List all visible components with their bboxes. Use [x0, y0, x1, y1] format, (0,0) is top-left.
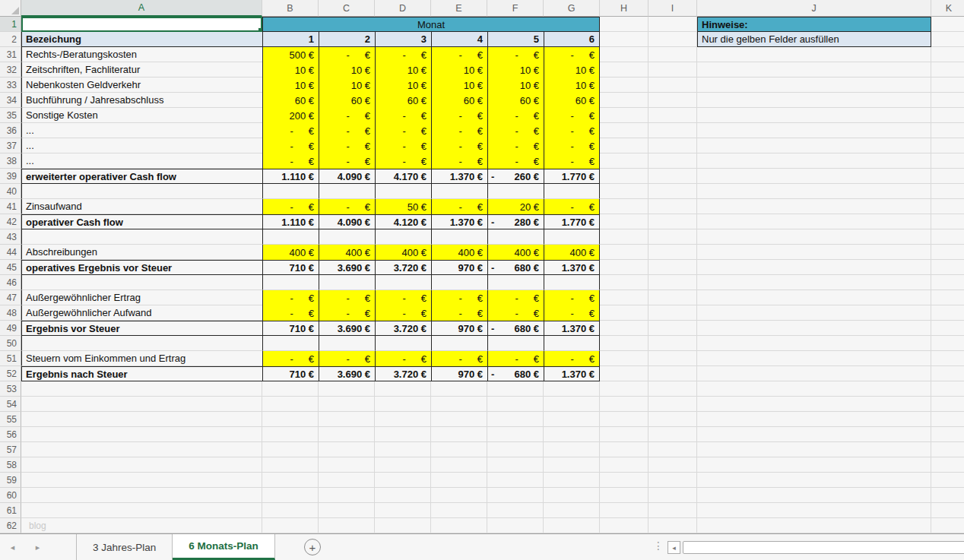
cell-C41[interactable]: -€	[319, 199, 375, 214]
cell-I39[interactable]	[648, 169, 697, 184]
cell-C40[interactable]	[319, 184, 375, 199]
cell-B56[interactable]	[262, 427, 319, 442]
cell-C36[interactable]: -€	[319, 123, 375, 138]
cell-H39[interactable]	[600, 169, 648, 184]
cell-H33[interactable]	[600, 78, 648, 93]
cell-K50[interactable]	[931, 336, 964, 351]
cell-A59[interactable]	[21, 473, 262, 488]
cell-C44[interactable]: 400 €	[319, 245, 375, 260]
cell-A47[interactable]: Außergewöhnlicher Ertrag	[21, 290, 262, 305]
cell-G38[interactable]: -€	[544, 153, 600, 169]
cell-F35[interactable]: -€	[487, 108, 544, 123]
cell-F43[interactable]	[487, 229, 544, 245]
cell-K2[interactable]	[931, 32, 964, 47]
row-header-44[interactable]: 44	[0, 245, 21, 260]
cell-J52[interactable]	[697, 366, 931, 381]
cell-I32[interactable]	[648, 62, 697, 78]
cell-E43[interactable]	[431, 229, 487, 245]
cell-E54[interactable]	[431, 397, 487, 412]
cell-J36[interactable]	[697, 123, 931, 138]
cell-I60[interactable]	[648, 488, 697, 503]
cell-I53[interactable]	[648, 381, 697, 397]
cell-G55[interactable]	[544, 412, 600, 427]
cell-B50[interactable]	[262, 336, 319, 351]
cell-J33[interactable]	[697, 78, 931, 93]
cell-H32[interactable]	[600, 62, 648, 78]
cell-D58[interactable]	[375, 457, 431, 473]
cell-E58[interactable]	[431, 457, 487, 473]
cell-C31[interactable]: -€	[319, 47, 375, 62]
cell-B44[interactable]: 400 €	[262, 245, 319, 260]
row-header-47[interactable]: 47	[0, 290, 21, 305]
cell-G46[interactable]	[544, 275, 600, 290]
cell-E32[interactable]: 10 €	[431, 62, 487, 78]
cell-G54[interactable]	[544, 397, 600, 412]
row-header-43[interactable]: 43	[0, 229, 21, 245]
cell-F39[interactable]: -260 €	[487, 169, 544, 184]
cell-E46[interactable]	[431, 275, 487, 290]
cell-F38[interactable]: -€	[487, 153, 544, 169]
cell-H2[interactable]	[600, 32, 648, 47]
column-header-I[interactable]: I	[648, 0, 697, 17]
cell-I61[interactable]	[648, 503, 697, 518]
cell-J61[interactable]	[697, 503, 931, 518]
cell-K58[interactable]	[931, 457, 964, 473]
row-header-50[interactable]: 50	[0, 336, 21, 351]
cell-H46[interactable]	[600, 275, 648, 290]
row-header-35[interactable]: 35	[0, 108, 21, 123]
cell-F49[interactable]: -680 €	[487, 321, 544, 336]
column-header-E[interactable]: E	[431, 0, 487, 17]
cell-F60[interactable]	[487, 488, 544, 503]
cell-H53[interactable]	[600, 381, 648, 397]
cell-K48[interactable]	[931, 305, 964, 321]
cell-K51[interactable]	[931, 351, 964, 366]
cell-I38[interactable]	[648, 153, 697, 169]
cell-C37[interactable]: -€	[319, 138, 375, 153]
cell-D47[interactable]: -€	[375, 290, 431, 305]
cell-A40[interactable]	[21, 184, 262, 199]
cell-D36[interactable]: -€	[375, 123, 431, 138]
cell-B46[interactable]	[262, 275, 319, 290]
cell-I62[interactable]	[648, 518, 697, 533]
cell-A62[interactable]: blog	[21, 518, 262, 533]
cell-H35[interactable]	[600, 108, 648, 123]
cell-E39[interactable]: 1.370 €	[431, 169, 487, 184]
cell-E62[interactable]	[431, 518, 487, 533]
cell-merged-monat-header[interactable]: Monat	[262, 17, 600, 32]
column-header-A[interactable]: A	[21, 0, 262, 17]
cell-C60[interactable]	[319, 488, 375, 503]
cell-C62[interactable]	[319, 518, 375, 533]
row-header-48[interactable]: 48	[0, 305, 21, 321]
cell-A43[interactable]	[21, 229, 262, 245]
cell-J51[interactable]	[697, 351, 931, 366]
sheet-nav-right-icon[interactable]: ▸	[25, 534, 50, 560]
cell-I46[interactable]	[648, 275, 697, 290]
cell-C35[interactable]: -€	[319, 108, 375, 123]
cell-G60[interactable]	[544, 488, 600, 503]
cell-I48[interactable]	[648, 305, 697, 321]
cell-J35[interactable]	[697, 108, 931, 123]
cell-A60[interactable]	[21, 488, 262, 503]
cell-K32[interactable]	[931, 62, 964, 78]
cell-B59[interactable]	[262, 473, 319, 488]
cell-J31[interactable]	[697, 47, 931, 62]
cell-E35[interactable]: -€	[431, 108, 487, 123]
cell-D38[interactable]: -€	[375, 153, 431, 169]
cell-I59[interactable]	[648, 473, 697, 488]
cell-F40[interactable]	[487, 184, 544, 199]
cell-C45[interactable]: 3.690 €	[319, 260, 375, 275]
cell-C58[interactable]	[319, 457, 375, 473]
column-header-F[interactable]: F	[487, 0, 544, 17]
cell-F54[interactable]	[487, 397, 544, 412]
cell-A46[interactable]	[21, 275, 262, 290]
cell-I2[interactable]	[648, 32, 697, 47]
cell-H1[interactable]	[600, 17, 648, 32]
cell-I40[interactable]	[648, 184, 697, 199]
cell-I54[interactable]	[648, 397, 697, 412]
cell-I52[interactable]	[648, 366, 697, 381]
cell-C57[interactable]	[319, 442, 375, 457]
cell-K54[interactable]	[931, 397, 964, 412]
cell-C33[interactable]: 10 €	[319, 78, 375, 93]
cell-J62[interactable]	[697, 518, 931, 533]
cell-B43[interactable]	[262, 229, 319, 245]
